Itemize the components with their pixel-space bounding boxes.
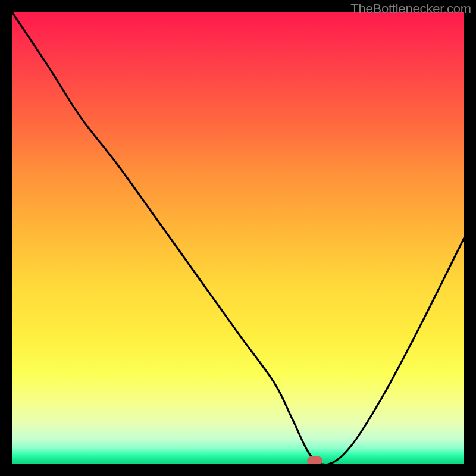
optimal-marker bbox=[307, 456, 322, 464]
chart-frame: TheBottlenecker.com bbox=[0, 0, 476, 476]
watermark-text: TheBottlenecker.com bbox=[350, 1, 471, 17]
background-gradient bbox=[12, 12, 464, 464]
plot-area bbox=[12, 12, 464, 464]
